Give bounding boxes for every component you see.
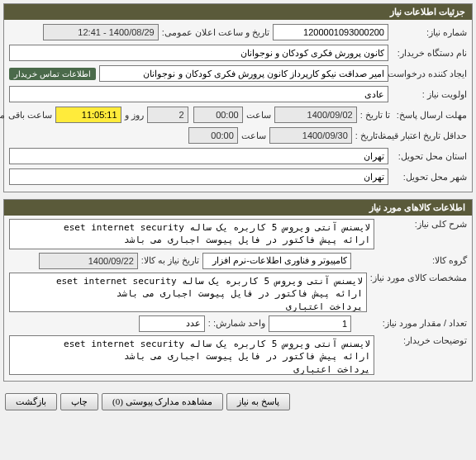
spec-field[interactable]	[9, 273, 367, 312]
deadline-date-field	[274, 107, 357, 123]
public-date-field	[43, 24, 159, 40]
spec-label: مشخصات کالای مورد نیاز:	[367, 273, 467, 283]
org-field[interactable]	[9, 45, 388, 61]
attachments-button[interactable]: مشاهده مدارک پیوستی (0)	[102, 393, 223, 410]
unit-field[interactable]	[139, 315, 205, 332]
deadline-label: مهلت ارسال پاسخ:	[393, 110, 467, 121]
need-date-label: تاریخ نیاز به کالا:	[138, 255, 202, 266]
notes-field[interactable]	[9, 335, 374, 375]
city-label: شهر محل تحویل:	[388, 172, 467, 183]
creator-label: ایجاد کننده درخواست:	[388, 69, 467, 79]
validity-time-field	[188, 127, 238, 144]
province-label: استان محل تحویل:	[388, 151, 467, 162]
time-label2: ساعت	[238, 130, 269, 141]
button-row: پاسخ به نیاز مشاهده مدارک پیوستی (0) چاپ…	[0, 388, 476, 415]
hours-remain-label: ساعت باقی مانده	[0, 110, 55, 121]
summary-field[interactable]	[9, 219, 374, 249]
reply-button[interactable]: پاسخ به نیاز	[226, 393, 290, 410]
notes-label: توضیحات خریدار:	[374, 335, 467, 346]
days-remain-label: روز و	[121, 110, 147, 121]
goods-info-panel: اطلاعات کالاهای مورد نیاز شرح کلی نیاز: …	[3, 199, 473, 382]
group-label: گروه کالا:	[351, 255, 467, 266]
public-date-label: تاریخ و ساعت اعلان عمومی:	[159, 27, 273, 38]
days-remain-field	[147, 107, 188, 123]
request-no-label: شماره نیاز:	[388, 27, 467, 38]
to-date-label1: تا تاریخ :	[357, 110, 393, 121]
print-button[interactable]: چاپ	[60, 393, 98, 410]
group-field[interactable]	[202, 253, 351, 269]
to-date-label2: تا تاریخ :	[352, 130, 388, 141]
validity-date-field	[269, 127, 352, 144]
time-label1: ساعت	[243, 110, 274, 121]
hours-remain-field	[55, 107, 121, 123]
back-button[interactable]: بازگشت	[5, 393, 57, 410]
panel2-title: اطلاعات کالاهای مورد نیاز	[4, 200, 472, 216]
summary-label: شرح کلی نیاز:	[374, 219, 467, 230]
validity-label: حداقل تاریخ اعتبار قیمت:	[388, 130, 467, 141]
priority-field[interactable]	[9, 86, 388, 102]
qty-field[interactable]	[269, 315, 351, 332]
need-details-panel: جزئیات اطلاعات نیاز شماره نیاز: تاریخ و …	[3, 3, 473, 192]
priority-label: اولویت نیاز :	[388, 89, 467, 100]
deadline-time-field	[193, 107, 243, 123]
city-field[interactable]	[9, 168, 388, 185]
unit-label: واحد شمارش: :	[205, 318, 269, 329]
org-label: نام دستگاه خریدار:	[388, 48, 467, 59]
creator-field[interactable]	[99, 65, 388, 82]
request-no-field[interactable]	[273, 24, 388, 40]
province-field[interactable]	[9, 148, 388, 164]
contact-link[interactable]: اطلاعات تماس خریدار	[9, 68, 96, 80]
panel1-title: جزئیات اطلاعات نیاز	[4, 4, 472, 20]
qty-label: تعداد / مقدار مورد نیاز:	[351, 318, 467, 329]
need-date-field	[39, 253, 138, 269]
